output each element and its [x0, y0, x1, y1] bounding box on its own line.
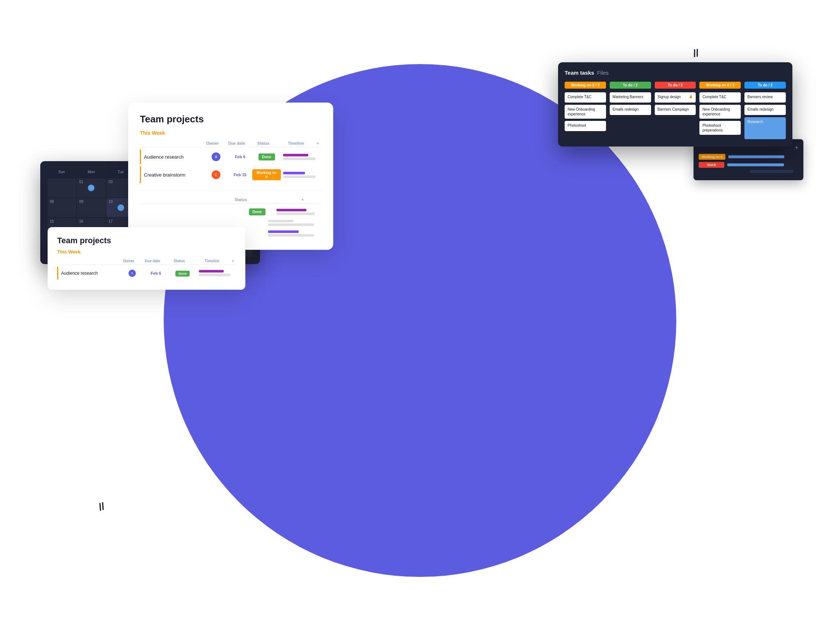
cal-cell[interactable]: [48, 179, 76, 197]
kanban-col-3: To do / 2 Signup design 🔒 Banners Campai…: [655, 82, 696, 139]
status-pill-done: Done: [259, 153, 275, 160]
status-col-empty: [253, 197, 284, 202]
timeline-bar-sm: [199, 274, 231, 276]
avatar-sm-1: A: [129, 270, 136, 277]
timeline-bar: [268, 234, 314, 237]
bth-owner: Owner: [117, 259, 141, 263]
bottom-table-header: Owner Due date Status Timeline +: [57, 258, 236, 265]
status-timeline: [274, 209, 322, 215]
project-owner-2: C: [204, 170, 228, 179]
avatar-2: C: [212, 170, 220, 179]
avatar-1: A: [212, 152, 220, 161]
proj-due-sm-1: Feb 6: [144, 271, 168, 275]
projects-main-title: Team projects: [140, 114, 322, 125]
status-pill-working: Working on it: [252, 169, 281, 180]
cal-day-mon: Mon: [77, 169, 105, 176]
kanban-item: Signup design 🔒: [655, 92, 696, 103]
timeline-row-2: [266, 220, 322, 226]
kanban-item: Photoshoot: [565, 121, 606, 131]
status-col: [203, 197, 228, 202]
kanban-col-2: To do / 2 Marketing Banners Emails redes…: [610, 82, 651, 139]
timeline-bar: [268, 220, 294, 222]
bth-plus[interactable]: +: [230, 259, 236, 263]
project-status-2: Working on it: [252, 169, 281, 180]
col-owner-header: Owner: [200, 141, 224, 145]
project-row-audience: Audience research A Feb 6 Done: [140, 150, 322, 164]
kanban-item: Complete T&C: [565, 92, 606, 103]
kanban-item: Complete T&C: [699, 92, 741, 103]
cal-event-dot: [88, 185, 95, 191]
timeline-bar: [268, 224, 314, 226]
project-name-audience: Audience research: [144, 154, 204, 160]
status-row-1: Working on it: [698, 154, 798, 160]
kanban-item-research: Research: [744, 117, 786, 139]
status-pill-sm-done: Done: [175, 271, 190, 277]
status-col-status-label: Status: [228, 197, 253, 202]
kanban-item: Photoshoot preperations: [699, 121, 741, 135]
kanban-item-text: Signup design: [658, 95, 681, 99]
timeline-bar: [727, 163, 784, 166]
tick-decoration-2: / /: [97, 501, 105, 513]
cal-cell[interactable]: 09: [77, 198, 105, 217]
kanban-subtitle: Files: [597, 69, 609, 76]
kanban-item: Banners Campaign: [655, 105, 696, 115]
proj-timeline-sm-1: [197, 270, 236, 276]
project-due-2: Feb 15: [228, 172, 252, 177]
timeline-bar-sm: [199, 270, 224, 272]
projects-card-bottom: Team projects This Week Owner Due date S…: [48, 227, 245, 290]
project-name-creative: Creative brainstorm: [144, 172, 204, 178]
project-due-1: Feb 6: [228, 155, 252, 159]
col-timeline-header: Timeline: [278, 141, 314, 145]
col-header-1: Working on it / 3: [565, 82, 606, 89]
kanban-col-5: To do / 2 Banners review Emails redesign…: [744, 82, 786, 139]
cal-event-dot: [117, 205, 124, 211]
col-header-3: To do / 2: [655, 82, 696, 89]
status-row-done: Done: [140, 206, 322, 217]
cal-day-sun: Sun: [48, 169, 76, 176]
bth-status: Status: [164, 259, 194, 263]
col-status-header: Status: [249, 141, 278, 145]
project-row-sm-audience: Audience research A Feb 6 Done: [57, 267, 236, 279]
status-row-2: Stuck: [698, 162, 798, 168]
this-week-label: This Week: [140, 130, 322, 136]
project-timeline-2: [281, 172, 322, 178]
status-section-spacer: [140, 197, 203, 202]
status-row-3: [698, 170, 798, 173]
cal-cell[interactable]: 08: [48, 198, 76, 217]
bth-name: [57, 259, 117, 263]
status-table-header: Status +: [140, 196, 322, 204]
status-badge-stuck: Stuck: [698, 162, 724, 168]
status-badge-working: Working on it: [698, 154, 726, 160]
col-due-header: Due date: [224, 141, 249, 145]
status-pill-done-2: Done: [249, 208, 266, 215]
kanban-col-1: Working on it / 3 Complete T&C New Onboa…: [565, 82, 606, 139]
kanban-item: Emails redesign: [610, 105, 651, 115]
tick-decoration-1: / /: [692, 47, 698, 60]
timeline-row-3: [266, 230, 322, 237]
col-header-2: To do / 2: [610, 82, 651, 89]
kanban-item: Marketing Banners: [610, 92, 651, 103]
this-week-bottom-label: This Week: [57, 249, 236, 254]
projects-table-header: Owner Due date Status Timeline +: [140, 140, 322, 147]
timeline-bar: [728, 155, 784, 158]
col-header-4: Working on it / 3: [699, 82, 741, 89]
kanban-col-4: Working on it / 3 Complete T&C New Onboa…: [699, 82, 741, 139]
project-row-creative: Creative brainstorm C Feb 15 Working on …: [140, 166, 322, 183]
project-owner-1: A: [204, 152, 228, 161]
timeline-bar: [283, 176, 315, 178]
project-status-1: Done: [252, 153, 281, 160]
proj-name-audience-sm: Audience research: [61, 271, 121, 276]
timeline-bars-2: [727, 163, 798, 166]
cal-cell[interactable]: 01: [77, 179, 105, 197]
project-timeline-1: [281, 154, 322, 160]
timeline-bar: [283, 158, 315, 160]
status-col-plus[interactable]: +: [284, 197, 322, 202]
col-plus-header[interactable]: +: [314, 141, 322, 145]
timeline-bar: [277, 209, 306, 211]
bth-timeline: Timeline: [194, 259, 230, 263]
kanban-item: New Onboarding experience: [565, 105, 606, 119]
timeline-bar: [268, 230, 299, 233]
projects-bottom-title: Team projects: [57, 236, 236, 245]
status-done-badge: Done: [240, 208, 274, 215]
timeline-bar: [283, 154, 308, 156]
